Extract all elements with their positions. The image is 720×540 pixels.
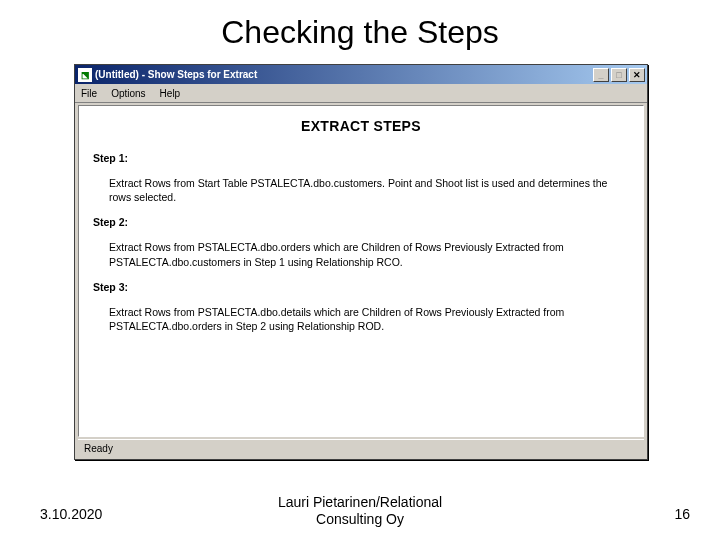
- app-icon: ⬔: [78, 68, 92, 82]
- step-text-2: Extract Rows from PSTALECTA.dbo.orders w…: [93, 240, 629, 268]
- footer-author: Lauri Pietarinen/RelationalConsulting Oy: [0, 494, 720, 528]
- minimize-button[interactable]: _: [593, 68, 609, 82]
- step-text-3: Extract Rows from PSTALECTA.dbo.details …: [93, 305, 629, 333]
- close-button[interactable]: ✕: [629, 68, 645, 82]
- step-label-1: Step 1:: [93, 152, 629, 164]
- window-controls: _ □ ✕: [593, 68, 645, 82]
- menubar: File Options Help: [75, 84, 647, 103]
- titlebar: ⬔ (Untitled) - Show Steps for Extract _ …: [75, 65, 647, 84]
- step-label-2: Step 2:: [93, 216, 629, 228]
- content-area: EXTRACT STEPS Step 1: Extract Rows from …: [78, 105, 644, 437]
- window: ⬔ (Untitled) - Show Steps for Extract _ …: [74, 64, 648, 460]
- status-text: Ready: [84, 443, 113, 454]
- slide-title: Checking the Steps: [0, 0, 720, 61]
- step-text-1: Extract Rows from Start Table PSTALECTA.…: [93, 176, 629, 204]
- footer-page-number: 16: [674, 506, 690, 522]
- menu-file[interactable]: File: [81, 88, 97, 99]
- menu-help[interactable]: Help: [160, 88, 181, 99]
- menu-options[interactable]: Options: [111, 88, 145, 99]
- step-label-3: Step 3:: [93, 281, 629, 293]
- window-title: (Untitled) - Show Steps for Extract: [95, 69, 593, 80]
- maximize-button[interactable]: □: [611, 68, 627, 82]
- content-heading: EXTRACT STEPS: [93, 118, 629, 134]
- statusbar: Ready: [78, 439, 644, 456]
